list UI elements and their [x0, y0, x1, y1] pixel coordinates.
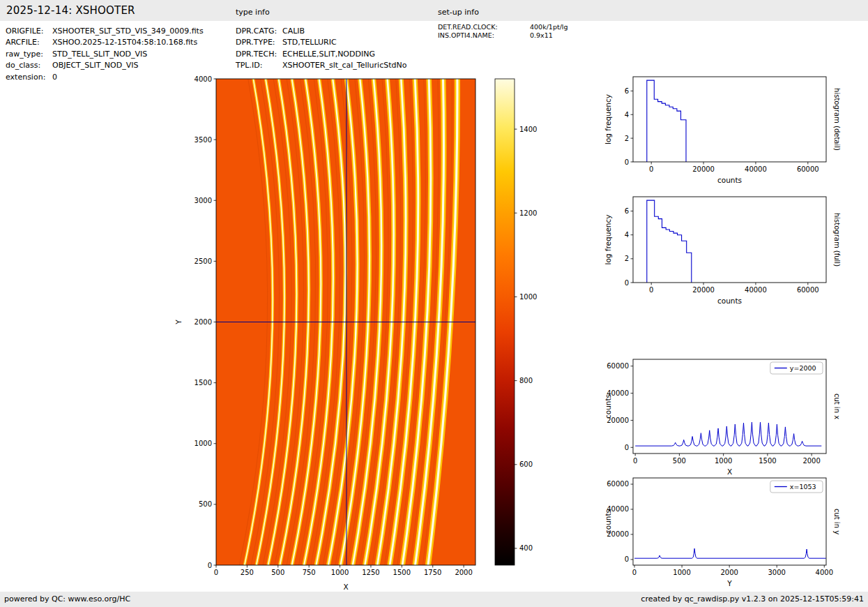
plot-hist-detail: 02000040000600000246countslog frequencyh…: [604, 77, 841, 184]
svg-text:Y: Y: [726, 579, 732, 587]
svg-text:y=2000: y=2000: [790, 364, 816, 372]
svg-text:cut in x: cut in x: [833, 394, 841, 419]
svg-text:0: 0: [649, 165, 653, 173]
svg-text:cut in y: cut in y: [833, 509, 841, 534]
footer-powered-by: powered by QC: www.eso.org/HC: [4, 594, 130, 604]
plot-colorbar: 400600800100012001400: [495, 79, 537, 565]
svg-text:1500: 1500: [195, 379, 212, 387]
svg-text:counts: counts: [604, 509, 612, 534]
svg-text:60000: 60000: [797, 165, 819, 173]
svg-text:2500: 2500: [195, 257, 212, 265]
svg-text:X: X: [343, 583, 348, 591]
svg-text:1000: 1000: [673, 569, 690, 576]
svg-text:20000: 20000: [692, 165, 715, 173]
plot-raw-image: 0250500750100012501500175020000500100015…: [174, 75, 475, 592]
svg-text:1200: 1200: [519, 209, 537, 217]
svg-text:1750: 1750: [424, 569, 441, 576]
svg-text:histogram (detail): histogram (detail): [833, 88, 841, 151]
svg-text:0: 0: [625, 158, 629, 166]
svg-text:6: 6: [625, 87, 629, 95]
echelle-image: [216, 79, 475, 565]
svg-text:60000: 60000: [607, 362, 629, 370]
svg-text:2000: 2000: [195, 318, 212, 326]
svg-text:1250: 1250: [362, 569, 379, 576]
svg-text:1500: 1500: [759, 457, 776, 465]
svg-text:X: X: [727, 467, 732, 476]
svg-text:2000: 2000: [455, 569, 472, 576]
svg-text:750: 750: [303, 569, 316, 576]
svg-text:0: 0: [633, 457, 637, 465]
plot-hist-full: 02000040000600000246countslog frequencyh…: [604, 197, 841, 305]
svg-text:3000: 3000: [195, 197, 212, 204]
svg-text:250: 250: [241, 569, 254, 576]
svg-text:1000: 1000: [331, 569, 349, 576]
svg-text:3000: 3000: [768, 569, 785, 576]
svg-text:4: 4: [625, 231, 629, 239]
svg-text:2000: 2000: [720, 569, 738, 576]
svg-text:4000: 4000: [816, 569, 833, 576]
svg-text:log frequency: log frequency: [604, 94, 612, 144]
svg-text:6: 6: [625, 207, 629, 215]
svg-text:Y: Y: [174, 320, 183, 325]
svg-text:60000: 60000: [797, 286, 819, 294]
svg-text:histogram (full): histogram (full): [833, 213, 841, 267]
svg-text:0: 0: [625, 444, 629, 451]
svg-text:400: 400: [519, 544, 533, 552]
svg-text:4: 4: [625, 111, 629, 119]
svg-text:0: 0: [632, 569, 637, 576]
svg-text:1500: 1500: [393, 569, 411, 576]
svg-text:0: 0: [208, 562, 212, 569]
plot-cut-x: 05001000150020000200004000060000Xcountsc…: [604, 359, 841, 476]
svg-text:500: 500: [673, 457, 686, 465]
svg-text:0: 0: [625, 555, 629, 563]
svg-text:1400: 1400: [519, 126, 537, 133]
plot-cut-y: 010002000300040000200004000060000Ycounts…: [604, 478, 841, 587]
svg-text:3500: 3500: [195, 136, 212, 144]
svg-text:600: 600: [519, 460, 533, 468]
svg-text:log frequency: log frequency: [604, 214, 612, 264]
svg-text:2: 2: [625, 255, 629, 262]
svg-text:500: 500: [271, 569, 284, 576]
svg-text:1000: 1000: [715, 457, 732, 465]
svg-text:60000: 60000: [607, 480, 629, 488]
svg-text:0: 0: [649, 286, 653, 294]
svg-text:1000: 1000: [195, 440, 212, 447]
svg-text:x=1053: x=1053: [790, 483, 816, 490]
svg-text:40000: 40000: [745, 286, 767, 294]
svg-text:2: 2: [625, 135, 629, 142]
svg-text:500: 500: [199, 500, 212, 508]
footer-created-by: created by qc_rawdisp.py v1.2.3 on 2025-…: [641, 594, 864, 604]
svg-text:800: 800: [519, 377, 533, 384]
svg-text:0: 0: [214, 569, 218, 576]
svg-text:counts: counts: [717, 176, 742, 184]
svg-text:1000: 1000: [519, 293, 537, 301]
svg-text:4000: 4000: [195, 75, 212, 83]
svg-text:20000: 20000: [692, 286, 715, 294]
svg-text:40000: 40000: [745, 165, 767, 173]
svg-text:2000: 2000: [802, 457, 820, 465]
charts-canvas: 0250500750100012501500175020000500100015…: [0, 0, 868, 607]
footer-bar: powered by QC: www.eso.org/HC created by…: [0, 592, 868, 607]
svg-text:counts: counts: [717, 297, 742, 305]
svg-text:counts: counts: [604, 394, 612, 419]
svg-text:0: 0: [625, 279, 629, 287]
